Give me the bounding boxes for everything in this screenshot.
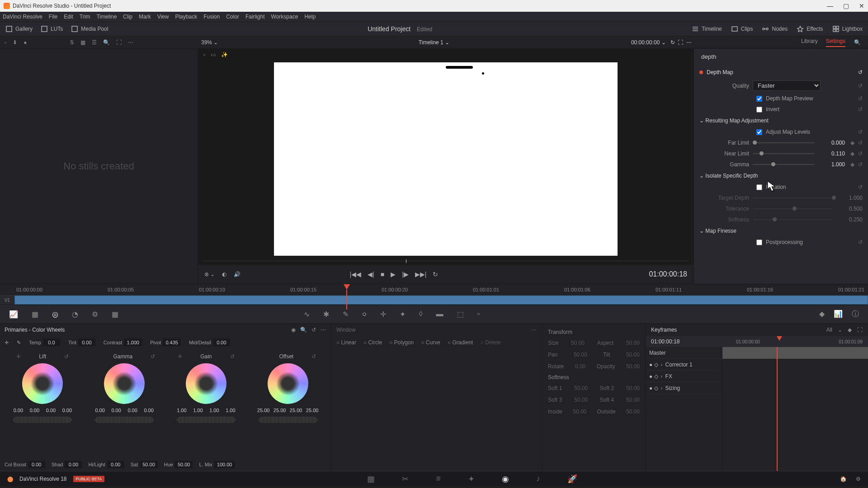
gamma-r[interactable]: 0.00 — [109, 408, 123, 413]
bypass-icon[interactable]: ⊗ ⌄ — [204, 271, 215, 277]
curves2-icon[interactable]: ∿ — [304, 310, 310, 319]
postprocessing-checkbox[interactable] — [756, 239, 762, 245]
deliver-page-icon[interactable]: 🚀 — [567, 474, 577, 484]
colboost-value[interactable]: 0.00 — [28, 461, 45, 468]
lift-wheel[interactable] — [22, 363, 63, 404]
curves-icon[interactable]: 📈 — [9, 310, 18, 319]
close-button[interactable]: ✕ — [859, 2, 864, 9]
lift-r[interactable]: 0.00 — [27, 408, 42, 413]
cut-page-icon[interactable]: ✂ — [402, 474, 409, 484]
invert-checkbox[interactable] — [756, 107, 762, 113]
soft1-value[interactable]: 50.00 — [574, 385, 588, 391]
tilt-value[interactable]: 50.00 — [626, 352, 640, 358]
far-limit-slider[interactable] — [753, 142, 814, 143]
menu-edit[interactable]: Edit — [64, 14, 73, 20]
quality-select[interactable]: Faster — [753, 80, 821, 91]
zoom-level[interactable]: 39% ⌄ — [201, 39, 218, 46]
gain-reset[interactable]: ↺ — [230, 353, 235, 360]
kf-ruler[interactable]: 01:00:00:18 01:00:00:00 01:00:01:09 — [646, 336, 868, 347]
gain-r[interactable]: 1.00 — [191, 408, 205, 413]
rma-header[interactable]: ⌄ Resulting Map Adjustment — [699, 115, 863, 127]
edit-page-icon[interactable]: ≡ — [436, 474, 441, 484]
timeline-button[interactable]: Timeline — [692, 25, 722, 33]
pivot-value[interactable]: 0.435 — [163, 339, 181, 346]
primaries-more-icon[interactable]: ⋯ — [321, 327, 326, 333]
color-page-icon[interactable]: ◉ — [502, 474, 509, 484]
hue-value[interactable]: 50.00 — [175, 461, 193, 468]
menu-color[interactable]: Color — [226, 14, 239, 20]
menu-trim[interactable]: Trim — [80, 14, 90, 20]
aspect-value[interactable]: 50.00 — [626, 340, 640, 346]
stop-button[interactable]: ■ — [381, 271, 384, 278]
menu-clip[interactable]: Clip — [123, 14, 132, 20]
awb-icon[interactable]: ✎ — [17, 340, 21, 346]
lightbox-button[interactable]: Lightbox — [832, 25, 863, 33]
playhead[interactable] — [344, 284, 350, 290]
viewer-scrubber[interactable] — [198, 258, 693, 265]
kf-marker-icon[interactable]: ◆ — [848, 327, 852, 333]
settings-search-icon[interactable]: 🔍 — [854, 39, 861, 46]
gain-y[interactable]: 1.00 — [175, 408, 189, 413]
picker-icon[interactable]: ✛ — [5, 340, 9, 346]
shape-gradient[interactable]: Gradient — [448, 339, 473, 346]
mute-icon[interactable]: 🔊 — [234, 271, 241, 277]
still-icon[interactable]: ▫ — [5, 39, 6, 46]
postprocessing-reset[interactable]: ↺ — [858, 239, 863, 245]
kf-playhead[interactable] — [777, 336, 782, 341]
gamma-keyframe[interactable]: ◆ — [850, 161, 854, 168]
gamma-slider[interactable] — [753, 164, 814, 165]
near-limit-slider[interactable] — [753, 153, 814, 154]
gamma-value[interactable]: 1.000 — [818, 161, 845, 168]
gain-g[interactable]: 1.00 — [207, 408, 222, 413]
map-finesse-header[interactable]: ⌄ Map Finesse — [699, 225, 863, 237]
play-button[interactable]: ▶ — [391, 271, 396, 278]
shape-curve[interactable]: Curve — [421, 339, 440, 346]
gamma-master-wheel[interactable] — [95, 417, 154, 423]
offset-y[interactable]: 25.00 — [256, 408, 271, 413]
more-icon[interactable]: ⋯ — [128, 39, 133, 46]
preview-reset[interactable]: ↺ — [858, 95, 863, 102]
gamma-reset[interactable]: ↺ — [858, 161, 863, 168]
gamma-picker-icon[interactable] — [94, 353, 95, 360]
adjust-levels-reset[interactable]: ↺ — [858, 129, 863, 135]
list-view-icon[interactable]: ☰ — [92, 39, 97, 46]
soft2-value[interactable]: 50.00 — [626, 385, 640, 391]
keyframe-mode-icon[interactable]: ◆ — [819, 310, 825, 319]
gamma-wheel[interactable] — [104, 363, 145, 404]
shad-value[interactable]: 0.00 — [65, 461, 82, 468]
lift-picker-icon[interactable]: ✛ — [16, 353, 21, 360]
sort-icon[interactable]: ⇅ — [70, 39, 74, 46]
temp-value[interactable]: 0.0 — [43, 339, 60, 346]
offset-master-wheel[interactable] — [259, 417, 317, 423]
offset-r[interactable]: 25.00 — [273, 408, 287, 413]
gamma-g[interactable]: 0.00 — [125, 408, 140, 413]
menu-help[interactable]: Help — [304, 14, 316, 20]
offset-picker-icon[interactable] — [259, 353, 261, 360]
luts-button[interactable]: LUTs — [41, 25, 63, 33]
kf-timeline-area[interactable] — [722, 347, 868, 471]
kf-track-master[interactable]: Master — [646, 347, 722, 359]
gain-b[interactable]: 1.00 — [223, 408, 238, 413]
warper-icon[interactable]: ✱ — [323, 310, 329, 319]
grid-view-icon[interactable]: ▦ — [80, 39, 85, 46]
tint-value[interactable]: 0.00 — [78, 339, 95, 346]
loop-button[interactable]: ↻ — [433, 271, 438, 278]
menu-fusion[interactable]: Fusion — [203, 14, 220, 20]
search-icon[interactable]: 🔍 — [103, 39, 110, 46]
depth-map-header[interactable]: Depth Map ↺ — [699, 66, 863, 78]
menu-davinci[interactable]: DaVinci Resolve — [3, 14, 42, 20]
near-limit-keyframe[interactable]: ◆ — [850, 150, 854, 157]
soft4-value[interactable]: 50.00 — [626, 397, 640, 403]
3d-icon[interactable]: ▫ — [477, 310, 480, 318]
kf-all[interactable]: All — [826, 327, 832, 333]
kf-track-corrector[interactable]: ● ◇›Corrector 1 — [646, 359, 722, 371]
primaries-mode-icon[interactable]: ◉ — [291, 327, 296, 333]
lift-master-wheel[interactable] — [13, 417, 72, 423]
clips-button[interactable]: Clips — [731, 25, 753, 33]
library-tab[interactable]: Library — [801, 38, 818, 47]
contrast-value[interactable]: 1.000 — [124, 339, 142, 346]
md-value[interactable]: 0.00 — [213, 339, 230, 346]
lift-y[interactable]: 0.00 — [11, 408, 25, 413]
expand-icon[interactable]: ⛶ — [116, 39, 122, 46]
next-frame-button[interactable]: |▶ — [402, 271, 409, 278]
